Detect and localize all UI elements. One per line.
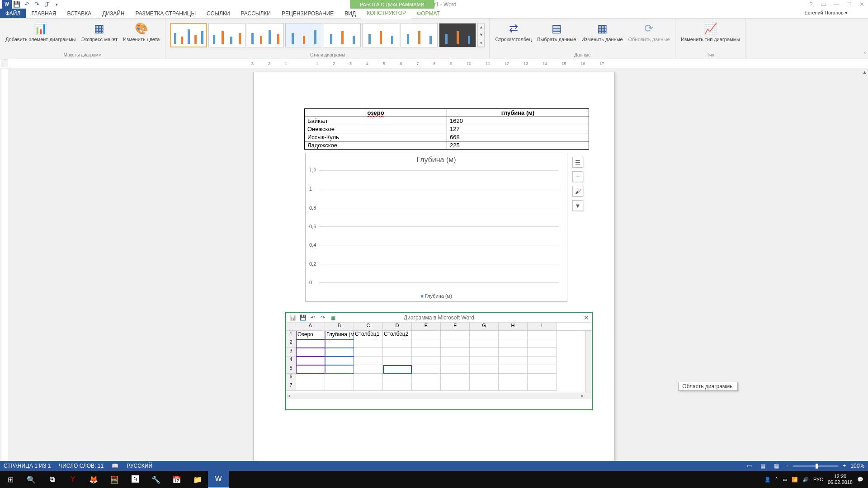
cell-B5[interactable] [325,365,354,374]
cell-G1[interactable] [470,331,499,339]
cell-G6[interactable] [470,374,499,382]
cell-H2[interactable] [499,339,528,348]
cell-H5[interactable] [499,365,528,374]
cell-B7[interactable] [325,382,354,391]
datasheet-vscroll[interactable] [585,331,592,393]
cell-D7[interactable] [383,382,412,391]
cell-A6[interactable] [296,374,325,382]
row-header[interactable]: 1 [286,331,296,339]
col-header[interactable]: I [528,323,557,330]
datasheet-grid[interactable]: ABCDEFGHI 1ОзероГлубина (м)Столбец1Столб… [286,323,592,393]
cell-C3[interactable] [354,348,383,357]
cell-E2[interactable] [412,339,441,348]
cell-H4[interactable] [499,357,528,365]
col-header[interactable]: A [296,323,325,330]
scroll-up-icon[interactable]: ▲ [861,68,868,75]
task-view-button[interactable]: ⧉ [42,471,62,488]
ribbon-display-button[interactable]: ▭ [817,0,830,9]
cell-G3[interactable] [470,348,499,357]
cell-A3[interactable] [296,348,325,357]
change-chart-type-button[interactable]: 📈Изменить тип диаграммы [678,20,743,43]
tray-people-icon[interactable]: 👤 [764,477,771,483]
tab-review[interactable]: РЕЦЕНЗИРОВАНИЕ [276,9,339,18]
cell-B2[interactable] [325,339,354,348]
tab-view[interactable]: ВИД [339,9,361,18]
taskbar-yandex[interactable]: Y [62,471,83,488]
table-row[interactable]: Иссык-Куль668 [305,133,589,141]
cell-C4[interactable] [354,357,383,365]
cell-I6[interactable] [528,374,557,382]
cell-C2[interactable] [354,339,383,348]
cell-D4[interactable] [383,357,412,365]
chart-legend[interactable]: Глубина (м) [306,293,567,299]
row-header[interactable]: 4 [286,357,296,365]
close-button[interactable]: ✕ [855,0,868,9]
taskbar-explorer[interactable]: 📁 [187,471,208,488]
status-page[interactable]: СТРАНИЦА 1 ИЗ 1 [4,463,51,469]
change-colors-button[interactable]: 🎨 Изменить цвета [120,20,162,43]
tab-file[interactable]: ФАЙЛ [0,9,26,18]
ds-edit-excel-button[interactable]: ▦ [329,314,337,321]
tab-references[interactable]: ССЫЛКИ [201,9,235,18]
cell-E3[interactable] [412,348,441,357]
cell-A1[interactable]: Озеро [296,331,325,339]
save-button[interactable]: 💾 [12,0,22,9]
tray-action-center-icon[interactable]: 💬 [857,477,863,483]
row-header[interactable]: 7 [286,382,296,391]
cell-D3[interactable] [383,348,412,357]
chart-styles-button[interactable]: 🖌 [572,186,583,197]
tab-insert[interactable]: ВСТАВКА [61,9,97,18]
chart-style-6[interactable] [362,23,399,47]
cell-E5[interactable] [412,365,441,374]
cell-H6[interactable] [499,374,528,382]
cell-B6[interactable] [325,374,354,382]
select-data-button[interactable]: ▤Выбрать данные [534,20,579,43]
cell-H1[interactable] [499,331,528,339]
cell-B1[interactable]: Глубина (м) [325,331,354,339]
cell-G4[interactable] [470,357,499,365]
zoom-slider[interactable] [793,465,838,467]
taskbar-app1[interactable]: 🅰 [125,471,146,488]
tab-chart-design[interactable]: КОНСТРУКТОР [361,9,411,19]
redo-button[interactable]: ↷ [32,0,42,9]
col-header[interactable]: H [499,323,528,330]
cell-A4[interactable] [296,357,325,365]
cell-E1[interactable] [412,331,441,339]
chart-filters-button[interactable]: ▼ [572,200,583,211]
chart-datasheet[interactable]: 📊 💾 ↶ ↷ ▦ Диаграмма в Microsoft Word ✕ A… [285,312,593,410]
ds-redo-button[interactable]: ↷ [319,314,327,321]
row-header[interactable]: 6 [286,374,296,382]
cell-I2[interactable] [528,339,557,348]
cell-C5[interactable] [354,365,383,374]
col-header[interactable]: B [325,323,354,330]
chart-style-3[interactable] [247,23,284,47]
help-button[interactable]: ? [805,0,817,9]
cell-A2[interactable] [296,339,325,348]
chart-style-1[interactable] [170,23,207,47]
chart-title[interactable]: Глубина (м) [306,153,567,166]
cell-A5[interactable] [296,365,325,374]
cell-C1[interactable]: Столбец1 [354,331,383,339]
cell-E4[interactable] [412,357,441,365]
view-read-button[interactable]: ▭ [745,462,754,469]
taskbar-calculator[interactable]: 🧮 [104,471,125,488]
cell-D2[interactable] [383,339,412,348]
table-row[interactable]: Байкал1620 [305,117,589,125]
add-chart-element-button[interactable]: 📊 Добавить элемент диаграммы [3,20,78,43]
cell-H3[interactable] [499,348,528,357]
chart-object[interactable]: Глубина (м) 00,20,40,60,811,2 Глубина (м… [305,153,567,302]
tray-volume-icon[interactable]: 🔊 [802,477,809,483]
cell-I7[interactable] [528,382,557,391]
search-button[interactable]: 🔍 [21,471,42,488]
user-name[interactable]: Евгений Поганов ▾ [805,10,848,16]
chart-plot-area[interactable]: 00,20,40,60,811,2 [319,170,559,282]
view-web-button[interactable]: ▦ [772,462,781,469]
cell-F6[interactable] [441,374,470,382]
cell-H7[interactable] [499,382,528,391]
touch-mode-button[interactable]: ⇵ [42,0,52,9]
chart-elements-button[interactable]: ＋ [572,171,583,182]
start-button[interactable]: ⊞ [0,471,21,488]
cell-I3[interactable] [528,348,557,357]
chart-style-5[interactable] [324,23,361,47]
tray-battery-icon[interactable]: ▭ [783,477,787,483]
